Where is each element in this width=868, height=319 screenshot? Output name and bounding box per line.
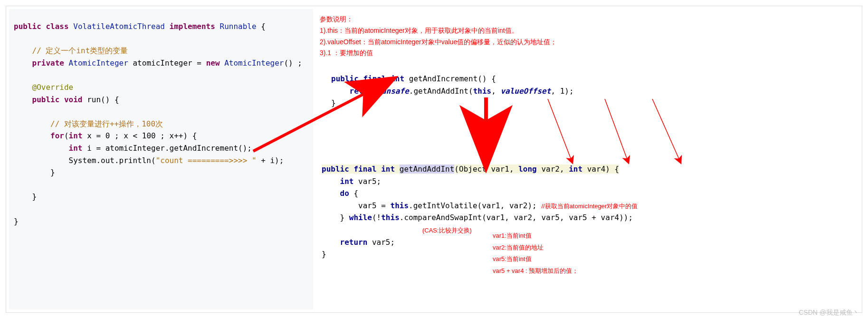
kw-this2: this xyxy=(391,201,409,210)
anno-title: 参数说明： xyxy=(320,14,557,25)
r1-name: getAndIncrement xyxy=(409,74,478,83)
kw-new: new xyxy=(206,58,220,68)
ctor-paren: () ; xyxy=(284,58,302,68)
s5a: } xyxy=(322,213,349,222)
anno-line3: 3).1 ：要增加的值 xyxy=(320,48,557,59)
string-count: "count =========>>>> " xyxy=(156,156,257,165)
s5c: (! xyxy=(372,213,381,222)
type-atomicinteger: AtomicInteger xyxy=(69,58,128,68)
id-unsafe: unsafe xyxy=(382,87,409,96)
s1-params1: (Object var1, xyxy=(454,164,518,174)
kw-implements: implements xyxy=(170,22,215,31)
s1-params3: var4) { xyxy=(582,164,619,174)
watermark: CSDN @我是咸鱼丶 xyxy=(799,309,859,317)
kw-int4: int xyxy=(322,177,353,186)
anno-line1: 1).this：当前的atomicInteger对象，用于获取此对象中的当前in… xyxy=(320,25,557,37)
s5e: .compareAndSwapInt(var1, var2, var5, var… xyxy=(400,213,633,222)
anno-line2: 2).valueOffset：当前atomicInteger对象中value值的… xyxy=(320,37,557,48)
kw-int: int xyxy=(69,131,83,140)
anno-var1: var1:当前int值 xyxy=(493,230,578,242)
ctor-atomicinteger: AtomicInteger xyxy=(224,58,284,68)
s1-params2: var2, xyxy=(537,164,569,174)
for-cond: x = 0 ; x < 100 ; x++) { xyxy=(87,131,197,140)
s1-modifiers: public final int xyxy=(322,164,400,174)
eq: = xyxy=(197,58,201,68)
comma2: , 1); xyxy=(551,87,573,96)
comma1: , xyxy=(491,87,500,96)
comment-define: // 定义一个int类型的变量 xyxy=(14,46,128,55)
kw-while: while xyxy=(349,213,372,222)
kw-return2: return xyxy=(322,238,367,247)
kw-long: long xyxy=(518,164,537,174)
left-code-panel: public class VolatileAtomicThread implem… xyxy=(9,9,313,309)
var-atomicinteger: atomicInteger xyxy=(133,58,192,68)
kw-int2: int xyxy=(14,144,83,153)
kw-this3: this xyxy=(381,213,400,222)
println-a: System.out.println( xyxy=(14,156,156,165)
kw-for: for xyxy=(14,131,64,140)
r1-modifiers: public final int xyxy=(331,74,404,83)
id-valueoffset: valueOffset xyxy=(500,87,551,96)
println-c: + i); xyxy=(257,156,284,165)
anno-cas: (CAS:比较并交换) xyxy=(422,227,472,234)
anno-var5plus4: var5 + var4 : 预期增加后的值； xyxy=(493,265,578,277)
annotation-override: @Override xyxy=(14,83,73,92)
brace-do: { xyxy=(349,189,358,198)
brace: { xyxy=(257,22,266,31)
decl-var5: var5; xyxy=(353,177,381,186)
code-getandaddint: public final int getAndAddInt(Object var… xyxy=(322,163,857,261)
comment-getintvolatile: //获取当前atomicInteger对象中的值 xyxy=(541,203,638,210)
s4a: var5 = xyxy=(322,201,391,210)
figure-container: public class VolatileAtomicThread implem… xyxy=(6,6,862,313)
kw-this: this xyxy=(473,87,492,96)
right-panel: 参数说明： 1).this：当前的atomicInteger对象，用于获取此对象… xyxy=(317,9,859,309)
r1-close: } xyxy=(331,98,336,107)
brace-close3: } xyxy=(14,217,19,226)
kw-class: class xyxy=(46,22,68,31)
brace-close1: } xyxy=(14,168,55,177)
code-getandincrement: public final int getAndIncrement() { ret… xyxy=(331,73,574,109)
classname: VolatileAtomicThread xyxy=(73,22,165,31)
kw-void: void xyxy=(64,95,83,104)
line-getandinc: i = atomicInteger.getAndIncrement(); xyxy=(87,144,252,153)
anno-var2: var2:当前值的地址 xyxy=(493,242,578,254)
anno-params: 参数说明： 1).this：当前的atomicInteger对象，用于获取此对象… xyxy=(320,14,557,59)
comment-loop: // 对该变量进行++操作，100次 xyxy=(14,119,163,128)
paren: ( xyxy=(64,131,69,140)
ret-var5: var5; xyxy=(367,238,395,247)
kw-public: public xyxy=(14,22,41,31)
r1-paren: () { xyxy=(477,74,496,83)
brace-close2: } xyxy=(14,192,37,201)
left-code: public class VolatileAtomicThread implem… xyxy=(14,20,308,227)
kw-private: private xyxy=(14,58,64,68)
s1-name: getAndAddInt xyxy=(400,164,455,174)
anno-vars: var1:当前int值 var2:当前值的地址 var5:当前int值 var5… xyxy=(493,230,578,277)
s7-close: } xyxy=(322,250,326,259)
kw-return: return xyxy=(331,87,382,96)
type-runnable: Runnable xyxy=(220,22,257,31)
kw-public2: public xyxy=(14,95,59,104)
method-run: run() { xyxy=(87,95,119,104)
s4c: .getIntVolatile(var1, var2); xyxy=(409,201,541,210)
call-getandaddint: .getAndAddInt( xyxy=(409,87,473,96)
kw-int3: int xyxy=(569,164,582,174)
kw-do: do xyxy=(322,189,349,198)
anno-var5: var5:当前int值 xyxy=(493,253,578,265)
